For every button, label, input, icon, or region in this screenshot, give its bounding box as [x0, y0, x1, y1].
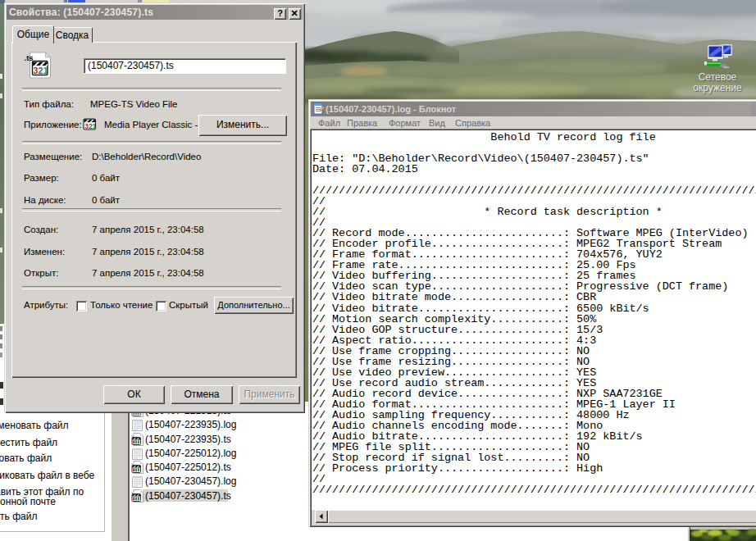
- svg-text:1: 1: [93, 122, 97, 130]
- svg-text:1: 1: [43, 66, 48, 75]
- svg-text:2: 2: [39, 66, 43, 75]
- svg-text:.ts: .ts: [25, 53, 34, 62]
